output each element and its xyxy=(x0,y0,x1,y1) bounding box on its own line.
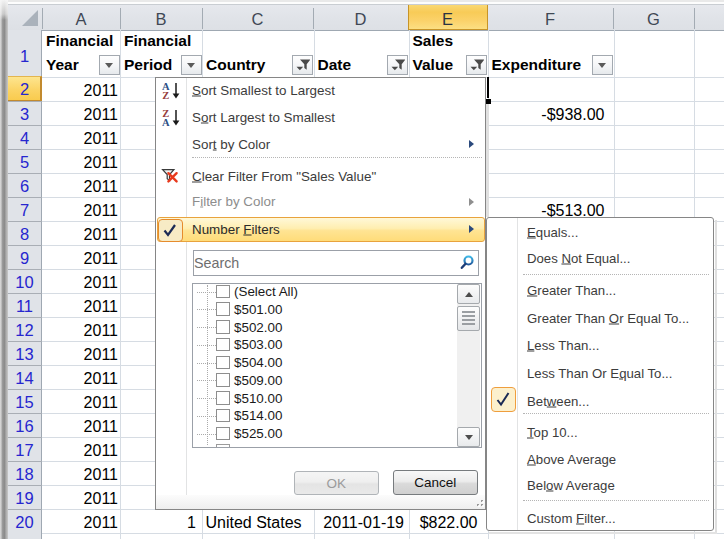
svg-text:A: A xyxy=(162,117,170,128)
svg-text:Z: Z xyxy=(162,90,169,101)
